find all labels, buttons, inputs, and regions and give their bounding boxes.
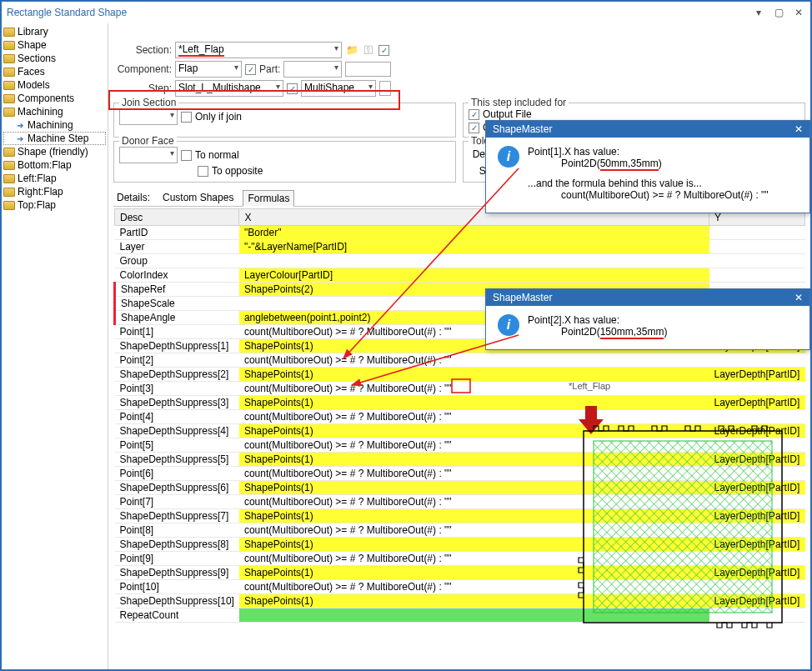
to-opposite-check[interactable] <box>198 166 208 177</box>
window-title: Rectangle Standard Shape <box>7 7 127 18</box>
tree-item-right-flap[interactable]: Right:Flap <box>3 185 106 198</box>
popup-shapemaster-1: ShapeMaster✕ i Point[1].X has value: Poi… <box>485 120 810 213</box>
details-label: Details: <box>113 190 153 205</box>
add-icon[interactable]: 📁 <box>345 43 358 57</box>
component-select[interactable]: Flap <box>175 61 242 78</box>
tree-item-library[interactable]: Library <box>3 25 106 38</box>
step-label: Step: <box>113 83 172 94</box>
part-select[interactable] <box>283 61 342 78</box>
tree-item-machining[interactable]: ➔Machining <box>3 118 106 132</box>
step-select[interactable]: Slot_L_Multishape <box>175 80 283 97</box>
folder-icon <box>3 68 15 77</box>
tree-item-shape-friendly-[interactable]: Shape (friendly) <box>3 145 106 158</box>
tree-item-components[interactable]: Components <box>3 92 106 105</box>
folder-icon <box>3 201 15 210</box>
part-extra[interactable] <box>345 62 391 77</box>
only-if-join-check[interactable] <box>181 112 192 123</box>
col-desc[interactable]: Desc <box>115 209 239 226</box>
popup-shapemaster-2: ShapeMaster✕ i Point[2].X has value: Poi… <box>485 288 810 350</box>
section-check[interactable]: ✓ <box>378 45 389 56</box>
tree-item-sections[interactable]: Sections <box>3 52 106 65</box>
tab-custom-shapes[interactable]: Custom Shapes <box>158 190 238 205</box>
tree-item-models[interactable]: Models <box>3 78 106 92</box>
folder-icon <box>3 28 15 37</box>
section-select[interactable]: *Left_Flap <box>175 42 342 58</box>
folder-icon <box>3 81 15 90</box>
tab-formulas[interactable]: Formulas <box>243 190 294 207</box>
tree-item-bottom-flap[interactable]: Bottom:Flap <box>3 158 106 172</box>
step-check[interactable]: ✓ <box>287 83 298 94</box>
preview-svg <box>569 391 794 633</box>
component-check[interactable]: ✓ <box>245 64 256 75</box>
tree-item-machining[interactable]: Machining <box>3 105 106 118</box>
folder-icon <box>3 41 15 50</box>
folder-icon <box>3 148 15 157</box>
part-label: Part: <box>259 63 280 75</box>
maximize-icon[interactable]: ▢ <box>772 6 785 19</box>
step-extra[interactable] <box>379 81 391 96</box>
folder-icon <box>3 94 15 103</box>
popup2-close-icon[interactable]: ✕ <box>794 292 803 303</box>
titlebar: Rectangle Standard Shape ▾ ▢ ✕ <box>2 2 810 23</box>
svg-marker-2 <box>579 406 604 434</box>
key-icon[interactable]: ⚿ <box>362 43 375 57</box>
component-label: Component: <box>113 63 172 75</box>
popup1-close-icon[interactable]: ✕ <box>794 123 803 135</box>
svg-rect-5 <box>594 441 772 613</box>
tree-item-top-flap[interactable]: Top:Flap <box>3 198 106 212</box>
table-row[interactable]: ShapeDepthSuppress[2]ShapePoints(1)Layer… <box>115 368 805 382</box>
step-type-select[interactable]: MultiShape <box>301 80 376 97</box>
table-row[interactable]: ColorIndexLayerColour[PartID] <box>115 268 805 283</box>
folder-icon <box>3 108 15 117</box>
info-icon: i <box>498 146 519 168</box>
only-if-join-label: Only if join <box>195 111 242 123</box>
folder-icon <box>3 161 15 170</box>
output-file-check[interactable]: ✓ <box>469 109 479 120</box>
to-normal-check[interactable] <box>181 150 192 161</box>
folder-icon <box>3 174 15 183</box>
section-label: Section: <box>113 44 172 56</box>
tree-item-left-flap[interactable]: Left:Flap <box>3 172 106 185</box>
donor-select[interactable] <box>119 147 178 163</box>
arrow-icon: ➔ <box>15 121 25 130</box>
arrow-icon: ➔ <box>15 134 25 143</box>
table-row[interactable]: Layer"-"&LayerName[PartID] <box>115 240 805 254</box>
tree-item-shape[interactable]: Shape <box>3 38 106 52</box>
tree-panel: LibraryShapeSectionsFacesModelsComponent… <box>2 23 108 669</box>
tree-item-machine-step[interactable]: ➔Machine Step <box>3 132 106 145</box>
table-row[interactable]: Group <box>115 254 805 268</box>
join-legend: Join Section <box>119 97 178 108</box>
info-icon: i <box>498 314 519 336</box>
minimize-icon[interactable]: ▾ <box>752 6 765 19</box>
tree-item-faces[interactable]: Faces <box>3 65 106 78</box>
included-legend: This step included for <box>469 97 569 108</box>
close-icon[interactable]: ✕ <box>792 6 805 19</box>
join-select[interactable] <box>119 108 178 125</box>
table-row[interactable]: PartID"Border" <box>115 226 805 240</box>
shape-preview: *Left_Flap <box>569 381 794 635</box>
folder-icon <box>3 188 15 197</box>
custom-shape-check[interactable]: ✓ <box>469 123 479 133</box>
table-row[interactable]: Point[2]count(MultiboreOut) >= # ? Multi… <box>115 353 805 368</box>
folder-icon <box>3 54 15 63</box>
donor-legend: Donor Face <box>119 135 177 147</box>
